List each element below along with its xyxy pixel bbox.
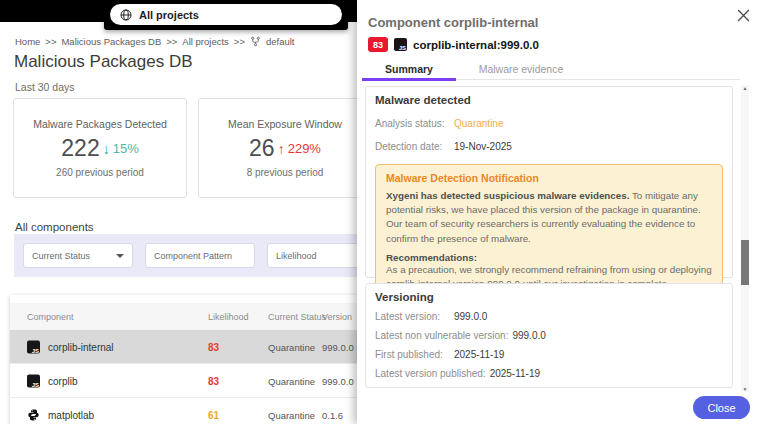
stat-value: 222 <box>61 135 99 162</box>
component-name-cell: matplotlab <box>27 408 94 421</box>
likelihood-cell: 83 <box>208 341 219 352</box>
stat-label: Malware Packages Detected <box>33 118 167 130</box>
malware-detected-section: Malware detected Analysis status: Quaran… <box>365 86 733 278</box>
component-detail-panel: Component corplib-internal 83 JS corplib… <box>357 0 760 424</box>
tab-malware-evidence[interactable]: Malware evidence <box>456 58 586 79</box>
section-heading: Versioning <box>375 291 723 303</box>
filter-bar: Current Status Component Pattern Likelih… <box>14 234 360 277</box>
active-tab-underline <box>362 78 456 81</box>
app-screen: All projects Home >> Malicious Packages … <box>0 0 760 424</box>
close-button[interactable]: Close <box>693 396 750 419</box>
component-name-cell: JS corplib <box>27 374 77 387</box>
breadcrumb-default[interactable]: default <box>266 36 295 47</box>
version-cell: 999.0.0 <box>322 341 354 352</box>
field-value: 2025-11-19 <box>454 349 504 360</box>
breadcrumb-malicious-packages-db[interactable]: Malicious Packages DB <box>61 36 161 47</box>
field-value: 2025-11-19 <box>490 368 540 379</box>
breadcrumb-home[interactable]: Home <box>15 36 40 47</box>
field-label: Analysis status: <box>375 118 454 129</box>
field-label: Latest version published: <box>375 368 490 379</box>
stat-card-mean-exposure: Mean Exposure Window 26 ↑ 229% 8 previou… <box>198 98 372 198</box>
branch-icon <box>250 36 261 47</box>
component-ref: corplib-internal:999.0.0 <box>413 39 539 51</box>
malware-detection-notification: Malware Detection Notification Xygeni ha… <box>375 164 723 301</box>
page-subtitle: Last 30 days <box>15 81 75 93</box>
javascript-icon: JS <box>394 38 407 51</box>
python-icon <box>27 408 40 421</box>
status-cell: Quarantine <box>268 409 315 420</box>
analysis-status-value: Quarantine <box>454 118 503 129</box>
stat-trend-percent: 15% <box>113 141 139 156</box>
first-published-field: First published: 2025-11-19 <box>375 349 723 360</box>
status-cell: Quarantine <box>268 375 315 386</box>
breadcrumb-all-projects[interactable]: All projects <box>182 36 228 47</box>
filter-placeholder: Likelihood <box>276 251 317 261</box>
version-cell: 999.0.0 <box>322 375 354 386</box>
recommendations-label: Recommendations: <box>386 252 712 263</box>
stat-value-row: 222 ↓ 15% <box>61 135 138 162</box>
score-badge: 83 <box>368 37 388 52</box>
current-status-select[interactable]: Current Status <box>23 243 133 268</box>
field-value: 999.0.0 <box>454 311 487 322</box>
trend-up-icon: ↑ <box>278 141 285 157</box>
notification-body: Xygeni has detected suspicious malware e… <box>386 189 712 246</box>
column-header-version[interactable]: Version <box>322 312 352 322</box>
stat-value: 26 <box>249 135 275 162</box>
close-icon[interactable] <box>737 9 750 22</box>
project-selector[interactable]: All projects <box>110 4 342 25</box>
component-name: corplib-internal <box>48 341 114 352</box>
table-row-matplotlab[interactable]: matplotlab 61 Quarantine 0.1.6 <box>10 398 360 424</box>
all-components-heading: All components <box>15 221 94 233</box>
panel-tabs: Summary Malware evidence <box>362 58 740 80</box>
detection-date-value: 19-Nov-2025 <box>454 141 512 152</box>
page-title: Malicious Packages DB <box>14 52 193 72</box>
breadcrumb-separator: >> <box>166 36 177 47</box>
field-label: Detection date: <box>375 141 454 152</box>
filter-label: Current Status <box>32 251 90 261</box>
scrollbar-thumb[interactable] <box>741 240 749 285</box>
chevron-down-icon <box>116 254 124 258</box>
latest-version-published-field: Latest version published: 2025-11-19 <box>375 368 723 379</box>
component-name: corplib <box>48 375 77 386</box>
globe-icon <box>120 9 132 21</box>
notification-lead: Xygeni has detected suspicious malware e… <box>386 190 629 201</box>
stat-previous-period: 8 previous period <box>247 167 324 178</box>
field-label: Latest non vulnerable version: <box>375 330 512 341</box>
stat-trend-percent: 229% <box>288 141 321 156</box>
panel-scrollbar[interactable]: ▲ ▼ <box>741 85 749 392</box>
stats-row: Malware Packages Detected 222 ↓ 15% 260 … <box>13 98 372 198</box>
project-selector-label: All projects <box>139 9 199 21</box>
field-label: Latest version: <box>375 311 454 322</box>
panel-title: Component corplib-internal <box>368 15 538 30</box>
column-header-component[interactable]: Component <box>27 312 74 322</box>
tab-summary[interactable]: Summary <box>362 58 456 79</box>
table-row-corplib[interactable]: JS corplib 83 Quarantine 999.0.0 <box>10 364 360 398</box>
javascript-icon: JS <box>27 374 40 387</box>
component-pattern-input[interactable]: Component Pattern <box>145 243 255 268</box>
scroll-down-icon[interactable]: ▼ <box>741 386 749 392</box>
latest-non-vulnerable-field: Latest non vulnerable version: 999.0.0 <box>375 330 723 341</box>
filter-placeholder: Component Pattern <box>154 251 232 261</box>
table-row-corplib-internal[interactable]: JS corplib-internal 83 Quarantine 999.0.… <box>10 330 360 364</box>
status-cell: Quarantine <box>268 341 315 352</box>
likelihood-cell: 61 <box>208 409 219 420</box>
trend-down-icon: ↓ <box>103 141 110 157</box>
section-heading: Malware detected <box>375 94 723 106</box>
component-ref-row: 83 JS corplib-internal:999.0.0 <box>368 37 539 52</box>
latest-version-field: Latest version: 999.0.0 <box>375 311 723 322</box>
stat-previous-period: 260 previous period <box>56 167 144 178</box>
component-name: matplotlab <box>48 409 94 420</box>
stat-card-malware-packages: Malware Packages Detected 222 ↓ 15% 260 … <box>13 98 187 198</box>
column-header-current-status[interactable]: Current Status <box>268 312 326 322</box>
stat-value-row: 26 ↑ 229% <box>249 135 321 162</box>
scroll-up-icon[interactable]: ▲ <box>741 85 749 91</box>
analysis-status-field: Analysis status: Quarantine <box>375 118 723 129</box>
field-label: First published: <box>375 349 454 360</box>
components-table: Component Likelihood Current Status Vers… <box>10 295 360 424</box>
field-value: 999.0.0 <box>512 330 545 341</box>
column-header-likelihood[interactable]: Likelihood <box>208 312 249 322</box>
breadcrumb-separator: >> <box>234 36 245 47</box>
versioning-section: Versioning Latest version: 999.0.0 Lates… <box>365 283 733 388</box>
detection-date-field: Detection date: 19-Nov-2025 <box>375 141 723 152</box>
version-cell: 0.1.6 <box>322 409 343 420</box>
